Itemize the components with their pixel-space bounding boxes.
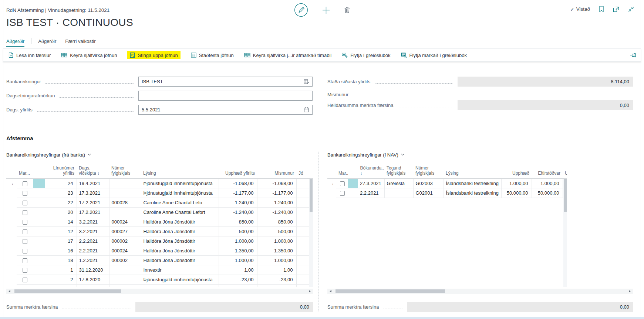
row-options-cell[interactable]: [33, 236, 45, 246]
cell-document-type[interactable]: Greiðsla: [384, 178, 413, 188]
cell-amount[interactable]: 50.000,00: [501, 188, 532, 198]
statement-date-field[interactable]: 5.5.2021: [138, 105, 313, 115]
menu-tab-adgerdir-primary[interactable]: Aðgerðir: [6, 38, 24, 44]
cell-difference[interactable]: 1.000,00: [257, 255, 296, 265]
scroll-right-arrow[interactable]: [309, 290, 311, 292]
cell-statement-amount[interactable]: 1,00: [219, 265, 257, 275]
bank-table-row[interactable]: → 1 31.12.2020 Innvextir 1,00 1,00: [6, 265, 313, 275]
cell-difference[interactable]: -1.177,00: [257, 188, 296, 198]
cell-transaction-date[interactable]: [77, 284, 109, 287]
cell-difference[interactable]: 850,00: [257, 217, 296, 226]
bank-statement-panel-title[interactable]: Bankareikningshreyfingar (frá banka): [6, 151, 91, 158]
cell-difference[interactable]: 1,00: [257, 265, 296, 275]
col-posting-date[interactable]: Bókunarda... ↓: [358, 161, 384, 178]
row-options-cell[interactable]: [348, 188, 358, 198]
bank-table-row[interactable]: → 14 3.2.2021 000024 Halldóra Jóna Jónsd…: [6, 217, 313, 226]
cell-statement-line-no[interactable]: 20: [45, 207, 77, 217]
cell-statement-amount[interactable]: 1.000,00: [219, 255, 257, 265]
scrollbar-thumb[interactable]: [310, 179, 313, 212]
row-options-cell[interactable]: [33, 207, 45, 217]
open-in-new-window-button[interactable]: [613, 6, 619, 12]
col-description[interactable]: Lýsing: [141, 161, 219, 178]
nav-table-horizontal-scrollbar[interactable]: [327, 289, 633, 294]
lookup-icon[interactable]: [304, 79, 309, 84]
bank-table-row[interactable]: → 16 2.2.2021 000024 Halldóra Jóna Jónsd…: [6, 246, 313, 255]
cell-description[interactable]: Íslandsbanki testreikning: [444, 178, 501, 188]
scrollbar-thumb[interactable]: [564, 179, 567, 212]
suggest-match-button[interactable]: Stinga uppá jöfnun: [127, 51, 180, 59]
row-options-cell[interactable]: [33, 284, 45, 287]
cell-statement-amount[interactable]: -1.177,00: [219, 188, 257, 198]
cell-statement-line-no[interactable]: 12: [45, 226, 77, 236]
row-checkbox[interactable]: [340, 191, 345, 196]
transfer-to-payment-journal-button[interactable]: Flytja í greiðslubók: [342, 53, 390, 58]
cell-statement-amount[interactable]: 1.000,00: [219, 236, 257, 246]
cell-statement-amount[interactable]: 850,00: [219, 217, 257, 226]
cell-transaction-date[interactable]: 17.2.2021: [77, 207, 109, 217]
bank-table-vertical-scrollbar[interactable]: [309, 179, 313, 287]
row-options-cell[interactable]: [33, 198, 45, 207]
cell-statement-line-no[interactable]: 17: [45, 236, 77, 246]
cell-description[interactable]: Halldóra Jóna Jónsdóttir: [141, 246, 219, 255]
col-difference[interactable]: Mismunur: [257, 161, 296, 178]
cell-remaining[interactable]: 1.000,00: [532, 178, 563, 188]
col-document-no[interactable]: Númer fylgiskjals: [413, 161, 444, 178]
col-remaining[interactable]: Eftirstöðvar: [532, 161, 563, 178]
cell-statement-amount[interactable]: -1.240,00: [219, 207, 257, 217]
cell-document-no[interactable]: G02001: [413, 188, 444, 198]
cell-document-no[interactable]: G02003: [413, 178, 444, 188]
cell-document-type[interactable]: [384, 188, 413, 198]
col-amount[interactable]: Upphæð: [501, 161, 532, 178]
cell-statement-amount[interactable]: 1.240,00: [219, 198, 257, 207]
cell-transaction-date[interactable]: 19.4.2021: [77, 178, 109, 188]
cell-statement-line-no[interactable]: 23: [45, 188, 77, 198]
cell-document-no[interactable]: 000028: [109, 198, 141, 207]
scroll-left-arrow[interactable]: [330, 290, 331, 292]
cell-description[interactable]: Þjónustugjald innheimtuþjónusta: [141, 178, 219, 188]
menu-tab-faerri-valkostir[interactable]: Færri valkostir: [65, 38, 95, 44]
row-checkbox[interactable]: [23, 181, 27, 186]
bookmark-button[interactable]: [599, 6, 604, 12]
edit-button[interactable]: [294, 3, 308, 17]
cell-document-no[interactable]: 000024: [109, 217, 141, 226]
cell-transaction-date[interactable]: 17.2.2021: [77, 198, 109, 207]
menu-tab-adgerdir-secondary[interactable]: Aðgerðir: [38, 38, 56, 44]
row-options-cell[interactable]: [33, 265, 45, 275]
cell-statement-line-no[interactable]: 16: [45, 246, 77, 255]
run-auto-match-button[interactable]: Keyra sjálfvirka jöfnun: [61, 53, 117, 58]
date-filter-field[interactable]: [138, 91, 313, 101]
row-checkbox[interactable]: [23, 268, 27, 273]
cell-statement-line-no[interactable]: 2: [45, 275, 77, 284]
cell-statement-line-no[interactable]: 14: [45, 217, 77, 226]
cell-description[interactable]: Þjónustugjald innheimtuþjónusta: [141, 188, 219, 198]
row-checkbox[interactable]: [23, 220, 27, 225]
nav-table-row[interactable]: → 2.2.2021 G02001 Íslandsbanki testreikn…: [327, 188, 567, 198]
cell-description[interactable]: Innvextir: [141, 265, 219, 275]
col-marked[interactable]: Mar...: [17, 161, 33, 178]
row-checkbox[interactable]: [23, 191, 27, 196]
bank-table-horizontal-scrollbar[interactable]: [6, 289, 313, 294]
transfer-marked-to-payment-journal-button[interactable]: Flytja markað í greiðslubók: [401, 53, 467, 58]
nav-entries-panel-title[interactable]: Bankareikningshreyfingar (í NAV): [327, 151, 404, 158]
cell-transaction-date[interactable]: 1.2.2021: [77, 255, 109, 265]
bank-table-row[interactable]: → 12 3.2.2021 000027 Halldóra Jóna Jónsd…: [6, 226, 313, 236]
pin-toolbar-button[interactable]: [630, 53, 637, 58]
cell-document-no[interactable]: 000002: [109, 236, 141, 246]
col-statement-line-no[interactable]: Línunúmer yfirlits: [45, 161, 77, 178]
read-entries-button[interactable]: Lesa inn færslur: [8, 52, 51, 58]
scrollbar-thumb[interactable]: [14, 289, 121, 293]
cell-document-no[interactable]: 000002: [109, 255, 141, 265]
bank-table-row[interactable]: → 24 19.4.2021 Þjónustugjald innheimtuþj…: [6, 178, 313, 188]
cell-difference[interactable]: [257, 284, 296, 287]
cell-description[interactable]: Halldóra Jóna Jónsdóttir: [141, 255, 219, 265]
col-document-no[interactable]: Númer fylgiskjals: [109, 161, 141, 178]
cell-description[interactable]: Halldóra Jóna Jónsdóttir: [141, 236, 219, 246]
cell-transaction-date[interactable]: 2.2.2021: [77, 236, 109, 246]
cell-statement-amount[interactable]: -1.068,00: [219, 178, 257, 188]
cell-difference[interactable]: 1.240,00: [257, 198, 296, 207]
col-transaction-date[interactable]: Dags. viðskipta ↓: [77, 161, 109, 178]
cell-posting-date[interactable]: 27.3.2021: [358, 178, 384, 188]
cell-description[interactable]: Caroline Anne Chantal Lefo: [141, 198, 219, 207]
cell-description[interactable]: Caroline Anne Chantal Lefort: [141, 207, 219, 217]
row-options-cell[interactable]: [33, 275, 45, 284]
